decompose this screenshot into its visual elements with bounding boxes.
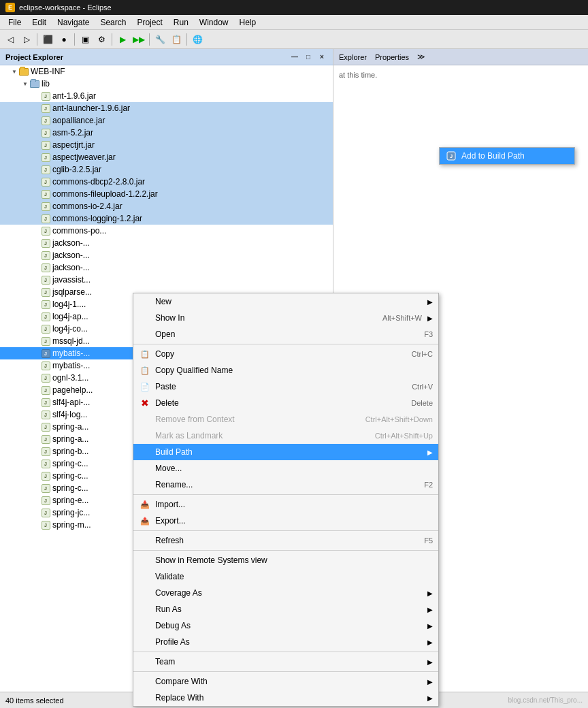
- panel-maximize[interactable]: □: [303, 52, 314, 63]
- jar-icon: J: [41, 520, 50, 530]
- ctx-item-run[interactable]: Run As ▶: [133, 601, 438, 617]
- ctx-item-profile[interactable]: Profile As ▶: [133, 634, 438, 650]
- ctx-label-remote: Show in Remote Systems view: [155, 556, 433, 565]
- toolbar-btn-1[interactable]: ◁: [3, 32, 18, 47]
- jar-icon: J: [41, 116, 50, 125]
- ctx-item-delete[interactable]: ✖ Delete Delete: [133, 395, 438, 411]
- list-item[interactable]: ▶ J commons-io-2.4.jar: [0, 200, 333, 212]
- ctx-item-team[interactable]: Team ▶: [133, 654, 438, 670]
- ctx-item-mark-landmark[interactable]: Mark as Landmark Ctrl+Alt+Shift+Up: [133, 428, 438, 444]
- list-item[interactable]: ▶ J aspectjweaver.jar: [0, 151, 333, 163]
- tree-label: commons-po...: [52, 226, 106, 236]
- tree-item-lib[interactable]: ▼ lib: [0, 78, 333, 90]
- ctx-item-compare[interactable]: Compare With ▶: [133, 673, 438, 690]
- ctx-item-show-in[interactable]: Show In Alt+Shift+W ▶: [133, 310, 438, 326]
- submenu-item-add-to-build-path[interactable]: J Add to Build Path: [440, 148, 574, 164]
- jar-icon: J: [41, 152, 50, 162]
- list-item[interactable]: ▶ J commons-po...: [0, 225, 333, 237]
- ctx-item-validate[interactable]: Validate: [133, 568, 438, 585]
- menu-run[interactable]: Run: [168, 16, 194, 29]
- tree-label: pagehelp...: [52, 385, 93, 395]
- right-panel-tab-extra[interactable]: ≫: [417, 52, 425, 61]
- menu-project[interactable]: Project: [131, 16, 167, 29]
- ctx-icon-export: 📤: [139, 515, 151, 527]
- list-item[interactable]: ▶ J javassist...: [0, 274, 333, 286]
- toolbar-debug[interactable]: ▶▶: [131, 32, 146, 47]
- ctx-item-paste[interactable]: 📄 Paste Ctrl+V: [133, 379, 438, 395]
- panel-close[interactable]: ×: [316, 52, 327, 63]
- ctx-item-replace[interactable]: Replace With ▶: [133, 690, 438, 706]
- ctx-label-export: Export...: [155, 516, 433, 526]
- ctx-arrow-profile: ▶: [427, 639, 433, 646]
- ctx-icon-team: [139, 656, 151, 668]
- ctx-icon-coverage: [139, 587, 151, 599]
- tree-label: commons-logging-1.2.jar: [52, 214, 142, 223]
- ctx-item-new[interactable]: New ▶: [133, 293, 438, 310]
- toolbar-btn-2[interactable]: ▷: [19, 32, 34, 47]
- ctx-item-open[interactable]: Open F3: [133, 326, 438, 342]
- menu-file[interactable]: File: [3, 16, 27, 29]
- jar-icon: J: [41, 238, 50, 248]
- ctx-item-export[interactable]: 📤 Export...: [133, 513, 438, 529]
- toolbar-btn-7[interactable]: 🔧: [152, 32, 167, 47]
- ctx-item-coverage[interactable]: Coverage As ▶: [133, 585, 438, 601]
- jar-icon: J: [41, 128, 50, 138]
- jar-icon: J: [41, 410, 50, 419]
- list-item[interactable]: ▶ J ant-1.9.6.jar: [0, 90, 333, 102]
- list-item[interactable]: ▶ J jackson-...: [0, 261, 333, 274]
- submenu-build-path: J Add to Build Path: [439, 147, 575, 165]
- list-item[interactable]: ▶ J jackson-...: [0, 237, 333, 249]
- tree-item-webinf[interactable]: ▼ WEB-INF: [0, 65, 333, 78]
- ctx-item-copy[interactable]: 📋 Copy Ctrl+C: [133, 346, 438, 362]
- toolbar-btn-8[interactable]: 📋: [169, 32, 184, 47]
- ctx-label-import: Import...: [155, 500, 433, 509]
- menu-help[interactable]: Help: [234, 16, 262, 29]
- title-bar-text: eclipse-workspace - Eclipse: [19, 3, 112, 12]
- toolbar-btn-5[interactable]: ▣: [78, 32, 93, 47]
- ctx-icon-copy-qualified: 📋: [139, 364, 151, 376]
- list-item[interactable]: ▶ J commons-dbcp2-2.8.0.jar: [0, 176, 333, 188]
- ctx-icon-rename: [139, 479, 151, 491]
- ctx-shortcut-open: F3: [424, 330, 433, 338]
- toolbar-sep-1: [37, 33, 37, 46]
- submenu-label-add-to-build-path: Add to Build Path: [461, 151, 525, 161]
- ctx-icon-new: [139, 295, 151, 308]
- list-item[interactable]: ▶ J commons-logging-1.2.jar: [0, 212, 333, 225]
- ctx-item-debug[interactable]: Debug As ▶: [133, 617, 438, 634]
- list-item[interactable]: ▶ J asm-5.2.jar: [0, 127, 333, 139]
- ctx-item-move[interactable]: Move...: [133, 460, 438, 477]
- ctx-shortcut-show-in: Alt+Shift+W: [382, 314, 422, 322]
- jar-icon: J: [41, 202, 50, 211]
- list-item[interactable]: ▶ J cglib-3.2.5.jar: [0, 163, 333, 176]
- list-item[interactable]: ▶ J aopalliance.jar: [0, 114, 333, 127]
- panel-minimize[interactable]: —: [289, 52, 300, 63]
- jar-icon: J: [41, 226, 50, 236]
- menu-window[interactable]: Window: [194, 16, 234, 29]
- toolbar-run[interactable]: ▶: [115, 32, 130, 47]
- toolbar-btn-4[interactable]: ●: [56, 32, 71, 47]
- ctx-item-copy-qualified[interactable]: 📋 Copy Qualified Name: [133, 362, 438, 379]
- jar-icon: J: [41, 287, 50, 297]
- list-item[interactable]: ▶ J commons-fileupload-1.2.2.jar: [0, 188, 333, 200]
- ctx-item-build-path[interactable]: Build Path ▶: [133, 444, 438, 460]
- right-panel-tab-explorer[interactable]: Explorer: [339, 53, 367, 61]
- menu-edit[interactable]: Edit: [27, 16, 52, 29]
- toolbar-btn-9[interactable]: 🌐: [190, 32, 205, 47]
- menu-navigate[interactable]: Navigate: [52, 16, 95, 29]
- status-text: 40 items selected: [5, 696, 64, 705]
- list-item[interactable]: ▶ J jackson-...: [0, 249, 333, 261]
- right-panel-tab-properties[interactable]: Properties: [375, 53, 409, 61]
- tree-label: cglib-3.2.5.jar: [52, 165, 101, 174]
- list-item[interactable]: ▶ J aspectjrt.jar: [0, 139, 333, 151]
- ctx-item-refresh[interactable]: Refresh F5: [133, 532, 438, 549]
- menu-search[interactable]: Search: [95, 16, 131, 29]
- ctx-item-remote[interactable]: Show in Remote Systems view: [133, 552, 438, 568]
- ctx-label-rename: Rename...: [155, 480, 410, 489]
- ctx-item-rename[interactable]: Rename... F2: [133, 477, 438, 493]
- toolbar-btn-6[interactable]: ⚙: [94, 32, 109, 47]
- toolbar-btn-3[interactable]: ⬛: [40, 32, 55, 47]
- ctx-item-import[interactable]: 📥 Import...: [133, 496, 438, 513]
- ctx-item-remove-context[interactable]: Remove from Context Ctrl+Alt+Shift+Down: [133, 411, 438, 428]
- list-item[interactable]: ▶ J ant-launcher-1.9.6.jar: [0, 102, 333, 114]
- jar-icon: J: [41, 214, 50, 223]
